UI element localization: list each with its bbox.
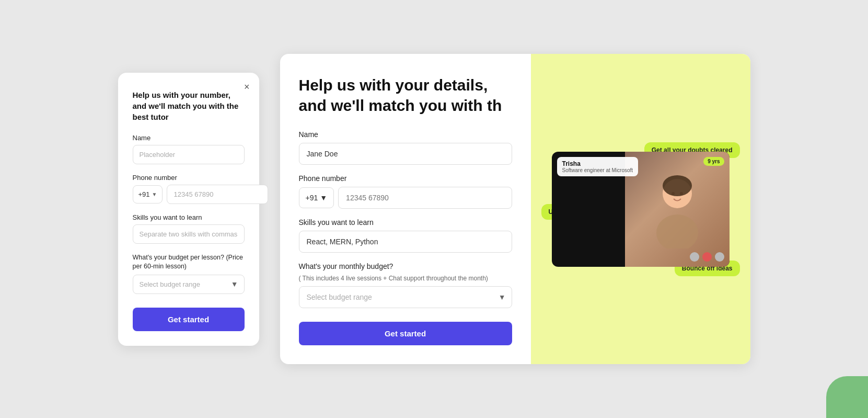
small-modal-budget-select[interactable]: Select budget range <box>133 275 245 294</box>
large-modal-skills-input[interactable] <box>299 231 512 253</box>
svg-point-1 <box>656 214 698 248</box>
large-modal-phone-input[interactable] <box>338 187 512 209</box>
large-modal-skills-field: Skills you want to learn <box>299 218 512 253</box>
small-modal-budget-label: What's your budget per lesson? (Price pe… <box>133 253 245 272</box>
large-modal-name-field: Name <box>299 130 512 165</box>
video-dot-1 <box>690 252 699 262</box>
tutor-years-badge: 9 yrs <box>703 157 724 166</box>
small-modal-name-field: Name <box>133 134 245 164</box>
small-modal-skills-field: Skills you want to learn <box>133 213 245 244</box>
video-card: Trisha Software engineer at Microsoft 9 … <box>552 152 730 267</box>
video-dot-3 <box>715 252 724 262</box>
small-modal-title: Help us with your number, and we'll matc… <box>133 89 245 122</box>
small-modal-budget-select-wrapper: Select budget range ▼ <box>133 275 245 294</box>
svg-point-4 <box>680 192 683 195</box>
tutor-company: Software engineer at Microsoft <box>562 167 633 173</box>
large-modal-cc-chevron-icon: ▼ <box>320 194 327 202</box>
small-modal-phone-input[interactable] <box>167 185 268 204</box>
large-modal-title: Help us with your details, and we'll mat… <box>299 75 512 116</box>
large-modal-phone-field: Phone number +91 ▼ <box>299 174 512 209</box>
tutor-name: Trisha <box>562 160 633 167</box>
large-modal-form: Help us with your details, and we'll mat… <box>280 54 531 364</box>
video-person-area <box>625 152 730 267</box>
large-modal-right-panel: Get all your doubts cleared Upskill with… <box>531 54 750 364</box>
large-modal-country-code[interactable]: +91 ▼ <box>299 187 334 208</box>
small-modal-get-started-button[interactable]: Get started <box>133 308 245 331</box>
large-modal-budget-label: What's your monthly budget? <box>299 262 512 270</box>
small-modal-name-input[interactable] <box>133 145 245 164</box>
large-modal-budget-subtitle: ( This includes 4 live sessions + Chat s… <box>299 275 512 282</box>
person-silhouette-icon <box>651 170 703 248</box>
svg-point-3 <box>672 192 675 195</box>
small-modal: × Help us with your number, and we'll ma… <box>118 73 259 346</box>
small-modal-phone-label: Phone number <box>133 174 245 182</box>
svg-point-2 <box>663 175 692 196</box>
small-modal-close-button[interactable]: × <box>242 80 252 94</box>
large-modal-country-code-value: +91 <box>306 194 318 202</box>
small-modal-cc-chevron-icon: ▼ <box>152 191 157 197</box>
small-modal-skills-label: Skills you want to learn <box>133 213 245 221</box>
large-modal-skills-label: Skills you want to learn <box>299 218 512 227</box>
large-modal: × Help us with your details, and we'll m… <box>280 54 750 364</box>
large-modal-budget-select-wrapper: Select budget range ▼ <box>299 286 512 308</box>
large-modal-name-label: Name <box>299 130 512 139</box>
video-controls <box>690 252 724 262</box>
small-modal-name-label: Name <box>133 134 245 142</box>
video-container: Get all your doubts cleared Upskill with… <box>552 152 730 267</box>
large-modal-phone-row: +91 ▼ <box>299 187 512 209</box>
small-modal-budget-field: What's your budget per lesson? (Price pe… <box>133 253 245 294</box>
video-dot-2 <box>702 252 712 262</box>
large-modal-name-input[interactable] <box>299 143 512 165</box>
small-modal-skills-input[interactable] <box>133 224 245 244</box>
small-modal-phone-row: +91 ▼ <box>133 185 245 204</box>
small-modal-phone-field: Phone number +91 ▼ <box>133 174 245 204</box>
large-modal-phone-label: Phone number <box>299 174 512 183</box>
small-modal-country-code-value: +91 <box>138 190 150 198</box>
large-modal-budget-field: What's your monthly budget? ( This inclu… <box>299 262 512 308</box>
large-modal-budget-select[interactable]: Select budget range <box>299 286 512 308</box>
large-modal-get-started-button[interactable]: Get started <box>299 322 512 345</box>
tutor-info-overlay: Trisha Software engineer at Microsoft <box>557 157 639 176</box>
small-modal-country-code[interactable]: +91 ▼ <box>133 185 163 204</box>
